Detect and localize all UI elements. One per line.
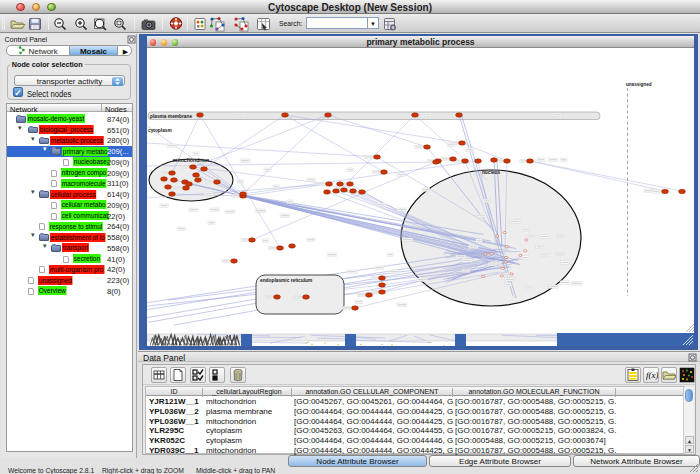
- svg-text:mitochondrion: mitochondrion: [173, 157, 209, 163]
- svg-text:unassigned: unassigned: [626, 82, 652, 87]
- svg-text:plasma membrane: plasma membrane: [150, 114, 192, 119]
- svg-text:endoplasmic reticulum: endoplasmic reticulum: [260, 278, 312, 283]
- svg-text:f(x): f(x): [646, 370, 658, 380]
- svg-text:cytoplasm: cytoplasm: [148, 128, 172, 133]
- svg-text:nucleus: nucleus: [482, 170, 500, 175]
